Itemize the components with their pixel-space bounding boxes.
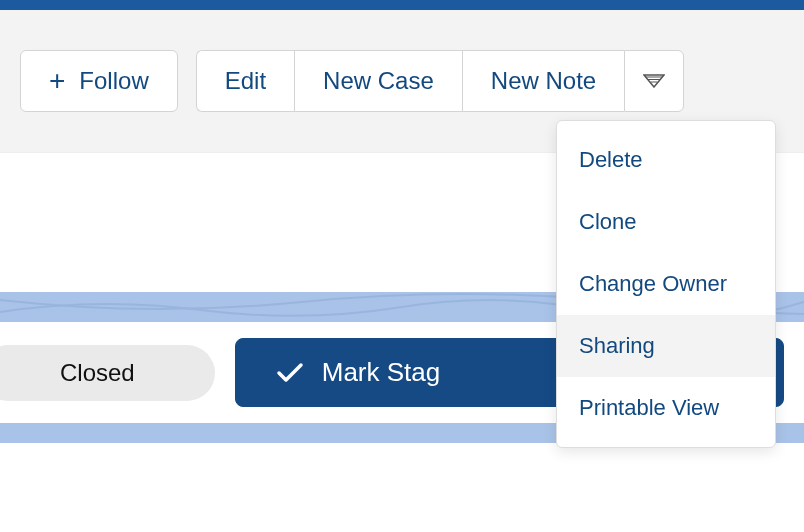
action-button-group: Edit New Case New Note [196, 50, 684, 112]
dropdown-item-sharing[interactable]: Sharing [557, 315, 775, 377]
dropdown-item-change-owner[interactable]: Change Owner [557, 253, 775, 315]
new-note-button-label: New Note [491, 67, 596, 95]
check-icon [276, 362, 304, 384]
more-actions-dropdown: Delete Clone Change Owner Sharing Printa… [556, 120, 776, 448]
dropdown-item-label: Delete [579, 147, 643, 172]
new-note-button[interactable]: New Note [462, 50, 624, 112]
edit-button-label: Edit [225, 67, 266, 95]
dropdown-item-label: Clone [579, 209, 636, 234]
new-case-button-label: New Case [323, 67, 434, 95]
follow-button-label: Follow [79, 67, 148, 95]
header-border [0, 0, 804, 10]
edit-button[interactable]: Edit [196, 50, 294, 112]
dropdown-item-label: Sharing [579, 333, 655, 358]
dropdown-item-label: Printable View [579, 395, 719, 420]
chevron-down-icon [643, 74, 665, 88]
stage-closed-pill[interactable]: Closed [0, 345, 215, 401]
dropdown-item-clone[interactable]: Clone [557, 191, 775, 253]
plus-icon: + [49, 67, 65, 95]
dropdown-item-label: Change Owner [579, 271, 727, 296]
new-case-button[interactable]: New Case [294, 50, 462, 112]
mark-stage-label: Mark Stag [322, 357, 441, 388]
dropdown-item-printable-view[interactable]: Printable View [557, 377, 775, 439]
dropdown-item-delete[interactable]: Delete [557, 129, 775, 191]
stage-closed-label: Closed [60, 359, 135, 386]
follow-button[interactable]: + Follow [20, 50, 178, 112]
more-actions-button[interactable] [624, 50, 684, 112]
